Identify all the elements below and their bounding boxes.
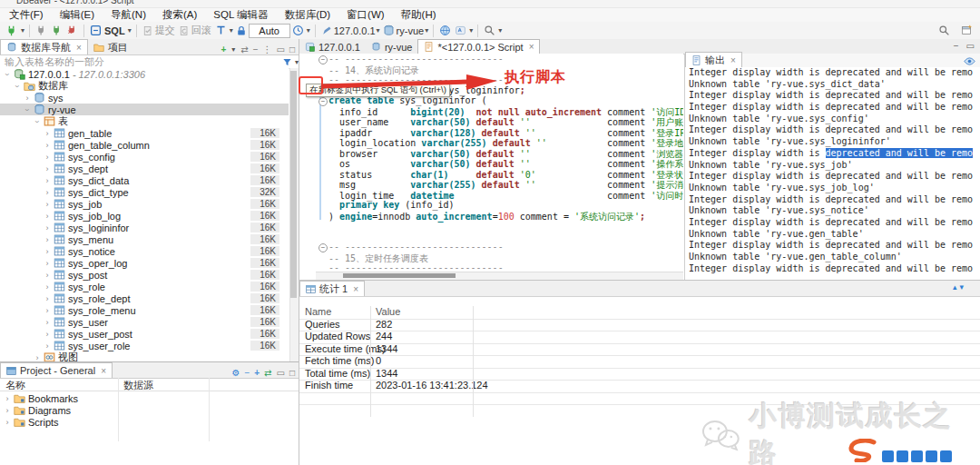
close-icon[interactable]: ×	[101, 366, 106, 376]
commit-button[interactable]: 提交	[141, 24, 177, 38]
table-filter-input[interactable]: 输入表格名称的一部分 ▾	[0, 55, 303, 69]
menu-item[interactable]: 导航(N)	[111, 8, 146, 22]
eye-icon[interactable]	[964, 55, 975, 67]
expander-icon[interactable]: ›	[4, 418, 11, 427]
stats-row[interactable]: Queries282	[299, 319, 980, 332]
expander-icon[interactable]: ›	[44, 153, 51, 162]
expander-icon[interactable]: ›	[44, 294, 51, 303]
code-line[interactable]: browser varchar(50) default '' comment '…	[328, 148, 683, 159]
connect-icon[interactable]	[34, 24, 49, 38]
editor-hscrollbar-thumb[interactable]	[343, 273, 456, 278]
transaction-mode-icon[interactable]	[213, 24, 229, 38]
minimize-icon[interactable]: −	[954, 41, 959, 51]
expander-icon[interactable]: ›	[24, 94, 31, 103]
tree-row-sys_job[interactable]: ›sys_job16K	[0, 198, 289, 210]
menu-item[interactable]: 编辑(E)	[60, 8, 94, 22]
tree-row-sys_dict_type[interactable]: ›sys_dict_type32K	[0, 186, 289, 198]
expander-icon[interactable]: ›	[3, 71, 12, 78]
minimize-icon[interactable]: ▭	[277, 368, 285, 378]
expander-icon[interactable]: ›	[44, 223, 51, 232]
menu-item[interactable]: 文件(F)	[9, 8, 44, 22]
code-line[interactable]: -- -----------------------------	[328, 54, 683, 64]
output-log[interactable]: Integer display width is deprecated and …	[685, 67, 980, 280]
stats-row[interactable]: Execute time (ms)1344	[299, 343, 980, 357]
tree-row-sys_menu[interactable]: ›sys_menu16K	[0, 233, 289, 245]
database-tree[interactable]: ›127.0.0.1 - 127.0.0.1:3306›数据库›sys›ry-v…	[0, 68, 289, 361]
close-icon[interactable]: ×	[76, 43, 82, 53]
expander-icon[interactable]: ›	[4, 394, 11, 403]
search-icon[interactable]	[482, 24, 497, 38]
menu-item[interactable]: 搜索(A)	[162, 8, 197, 22]
fold-marker[interactable]: −	[318, 55, 328, 64]
minus-icon[interactable]: −	[244, 368, 250, 378]
chevron-down-icon[interactable]: ▾	[230, 26, 233, 35]
expander-icon[interactable]: ›	[44, 259, 51, 268]
tree-row-sys_post[interactable]: ›sys_post16K	[0, 269, 289, 281]
expander-icon[interactable]: ›	[44, 318, 51, 327]
expander-icon[interactable]: ›	[44, 176, 51, 185]
menu-item[interactable]: SQL 编辑器	[213, 8, 268, 22]
tree-scrollbar-thumb[interactable]	[290, 71, 297, 298]
tab-database-navigator[interactable]: 数据库导航 ×	[0, 39, 88, 54]
filter-icon[interactable]	[282, 57, 292, 67]
tree-row-sys_role[interactable]: ›sys_role16K	[0, 281, 289, 292]
reconnect-icon[interactable]	[49, 24, 64, 38]
stats-row[interactable]: Total time (ms)1344	[299, 368, 980, 381]
tree-row-gen_table_column[interactable]: ›gen_table_column16K	[0, 139, 289, 151]
expander-icon[interactable]: ›	[13, 83, 22, 90]
connection-selector[interactable]: 127.0.0.1	[334, 25, 376, 36]
tree-row-sys_oper_log[interactable]: ›sys_oper_log16K	[0, 257, 289, 269]
chevron-down-icon[interactable]: ▾	[21, 26, 24, 35]
clock-icon[interactable]	[290, 24, 306, 38]
expander-icon[interactable]: ›	[44, 141, 51, 150]
lock-icon[interactable]	[234, 24, 249, 38]
menu-item[interactable]: 帮助(H)	[401, 8, 436, 22]
tree-row-sys_user[interactable]: ›sys_user16K	[0, 316, 289, 328]
minimize-icon[interactable]: ▭	[277, 45, 285, 54]
menu-item[interactable]: 窗口(W)	[347, 8, 385, 22]
code-line[interactable]: ) engine=innodb auto_increment=100 comme…	[328, 211, 683, 222]
expander-icon[interactable]: ›	[33, 118, 42, 125]
tree-row-sys_dept[interactable]: ›sys_dept16K	[0, 163, 289, 174]
code-line[interactable]: login_location varchar(255) default '' c…	[328, 137, 683, 148]
project-item-diagrams[interactable]: ›Diagrams	[0, 404, 290, 416]
tab-project-general[interactable]: Project - General ×	[0, 362, 113, 378]
link-icon[interactable]: ⇄	[264, 368, 271, 378]
tree-row-sys_dict_data[interactable]: ›sys_dict_data16K	[0, 174, 289, 186]
tree-row-ry-vue[interactable]: ›ry-vue	[0, 104, 289, 115]
view-menu-icon[interactable]: ⋮	[263, 45, 272, 54]
close-icon[interactable]: ×	[529, 42, 534, 52]
expander-icon[interactable]: ›	[44, 341, 51, 351]
stats-row[interactable]: Fetch time (ms)0	[299, 355, 980, 369]
tree-row-sys_notice[interactable]: ›sys_notice16K	[0, 245, 289, 257]
globe-icon[interactable]	[437, 24, 453, 38]
expander-icon[interactable]: ›	[44, 271, 51, 280]
maximize-icon[interactable]: □	[289, 368, 295, 378]
tree-row-sys_config[interactable]: ›sys_config16K	[0, 151, 289, 163]
expander-icon[interactable]: ›	[4, 406, 11, 415]
column-divider[interactable]	[473, 306, 474, 417]
code-line[interactable]: msg varchar(255) default '' comment '提示消…	[328, 179, 683, 190]
tree-row-sys_user_role[interactable]: ›sys_user_role16K	[0, 340, 289, 351]
code-line[interactable]: -- 15、定时任务调度表	[328, 252, 683, 263]
tree-row-[interactable]: ›视图	[0, 351, 289, 361]
column-datasource[interactable]: 数据源	[123, 379, 153, 392]
tree-row-[interactable]: ›表	[0, 115, 289, 127]
column-divider[interactable]	[370, 306, 371, 417]
code-line[interactable]	[328, 221, 683, 232]
open-perspective-icon[interactable]	[959, 24, 975, 38]
menu-item[interactable]: 数据库(D)	[285, 8, 330, 22]
code-line[interactable]: status char(1) default '0' comment '登录状态…	[328, 169, 683, 180]
tree-row-sys_job_log[interactable]: ›sys_job_log16K	[0, 210, 289, 222]
code-line[interactable]: info_id bigint(20) not null auto_increme…	[328, 106, 683, 117]
stats-row[interactable]: Finish time2023-01-16 13:41:23.124	[299, 380, 980, 393]
fold-marker[interactable]: −	[318, 243, 328, 252]
format-icon[interactable]	[453, 24, 468, 38]
search-icon[interactable]	[936, 24, 952, 38]
tree-row-sys[interactable]: ›sys	[0, 92, 289, 104]
expander-icon[interactable]: ›	[44, 235, 51, 244]
disconnect-icon[interactable]	[64, 24, 80, 38]
code-line[interactable]: -- -----------------------------	[328, 242, 683, 252]
tree-row-[interactable]: ›数据库	[0, 80, 289, 92]
expander-icon[interactable]: ›	[23, 106, 32, 114]
